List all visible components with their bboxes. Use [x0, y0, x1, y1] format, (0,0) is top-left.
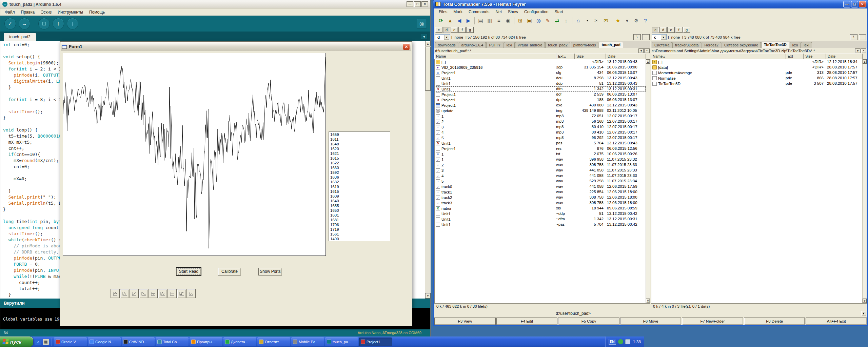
column-header-size[interactable]: Size [804, 54, 826, 59]
file-row[interactable]: MomentumAveragepde31328.08.2010 17:57 [651, 70, 862, 76]
desktop[interactable]: ∞ touch_pad2 | Arduino 1.6.4 — □ ✕ ФайлП… [0, 0, 868, 347]
chart-tool-button-7[interactable] [167, 289, 177, 298]
column-header-date[interactable]: Date [826, 54, 863, 59]
minimize-icon[interactable]: — [843, 1, 850, 7]
file-row[interactable]: ♪track1wav225 85412.06.2015 18:00 [435, 189, 646, 195]
file-row[interactable]: ↑[..]<DIR>13.12.2015 00:43 [435, 59, 646, 65]
file-row[interactable]: ♪2mp356 16812.07.2015 00:17 [435, 119, 646, 124]
arduino-open-sketch-button[interactable]: ↑ [53, 18, 64, 29]
drive-button-g[interactable]: g [466, 27, 474, 33]
drive-combo[interactable]: d▼ [435, 34, 450, 40]
arduino-new-sketch-button[interactable]: □ [38, 18, 50, 29]
favorites-button[interactable]: * [644, 48, 650, 53]
listbox-value[interactable]: 1640 [330, 199, 390, 203]
language-indicator[interactable]: EN [609, 339, 616, 345]
listbox-value[interactable]: 1681 [330, 213, 390, 218]
fkey-button-alt-f4[interactable]: Alt+F4 Exit [806, 318, 867, 325]
scroll-down-icon[interactable]: ▼ [863, 299, 867, 303]
refresh-icon[interactable]: ⟳ [436, 16, 446, 25]
fkey-button-f7[interactable]: F7 NewFolder [682, 318, 743, 325]
vertical-panels-icon[interactable]: ↕ [561, 16, 571, 25]
chevron-down-icon[interactable]: ▼ [661, 35, 666, 40]
arduino-menu-item-2[interactable]: Эскиз [38, 9, 55, 15]
tc-menu-show[interactable]: Show [505, 9, 521, 15]
favorites-button[interactable]: * [861, 48, 866, 53]
chart-tool-button-9[interactable] [186, 289, 196, 298]
scroll-up-icon[interactable]: ▲ [646, 59, 650, 64]
maximize-icon[interactable]: □ [414, 1, 421, 7]
taskbar-button-project1[interactable]: Project1 [359, 338, 392, 346]
file-row[interactable]: TicTacToe3Dpde3 50728.08.2010 17:57 [651, 81, 862, 86]
listbox-value[interactable]: 1655 [330, 203, 390, 208]
listbox-value[interactable]: 1611 [330, 137, 390, 142]
file-row[interactable]: ♪4mp380 41012.07.2015 00:17 [435, 130, 646, 135]
file-list-scrollbar[interactable]: ▲ ▼ [646, 59, 650, 303]
column-header-date[interactable]: Date [606, 54, 646, 59]
close-icon[interactable]: ✕ [859, 1, 866, 7]
file-row[interactable]: ♪5wav529 25811.07.2015 23:34 [435, 179, 646, 184]
scrollbar-thumb[interactable] [425, 47, 431, 91]
tc-menu-files[interactable]: Files [436, 9, 450, 15]
file-row[interactable]: Unit1~dfm1 34213.12.2015 00:31 [435, 217, 646, 222]
column-header-name[interactable]: Name▴ [651, 54, 786, 59]
folder-tab-virtual-android[interactable]: virtual_android [515, 42, 545, 48]
listbox-value[interactable]: 1615 [330, 189, 390, 194]
file-row[interactable]: ≡Project1cfg43406.06.2015 13:07 [435, 70, 646, 76]
tab-menu-icon[interactable]: ▼ [421, 34, 428, 40]
taskbar-button-touch-pa-[interactable]: touch_pa... [325, 338, 358, 346]
file-row[interactable]: ≡1txt2 07510.06.2015 00:26 [435, 151, 646, 157]
taskbar-button-total-co-[interactable]: Total Co... [156, 338, 189, 346]
file-row[interactable]: DUnit1dfm1 34213.12.2015 00:31 [435, 86, 646, 92]
listbox-value[interactable]: 1648 [330, 142, 390, 146]
arduino-menu-item-3[interactable]: Инструменты [55, 9, 86, 15]
search-icon[interactable]: ◎ [534, 16, 543, 25]
help-icon[interactable]: ? [641, 16, 650, 25]
parent-dir-button[interactable]: .. [859, 34, 866, 40]
arduino-save-sketch-button[interactable]: ↓ [67, 18, 78, 29]
tc-title-bar[interactable]: Total Commander 7.55a - Helmut Feyrer — … [433, 0, 868, 8]
command-line[interactable]: d:\user\touch_pad> ▼ [434, 309, 867, 317]
drive-button-f[interactable]: f [675, 27, 683, 33]
pack-icon[interactable]: ⊞ [516, 16, 525, 25]
scroll-down-icon[interactable]: ▼ [425, 293, 431, 299]
tc-menu-commands[interactable]: Commands [466, 9, 492, 15]
listbox-value[interactable]: 1620 [330, 146, 390, 151]
taskbar-button-проигры-[interactable]: Проигры... [190, 338, 222, 346]
listbox-value[interactable]: 1659 [330, 132, 390, 137]
file-row[interactable]: Project1exe430 08013.12.2015 00:43 [435, 103, 646, 108]
show-desktop-icon[interactable]: ▦ [43, 339, 49, 345]
minimize-icon[interactable]: — [407, 1, 413, 7]
mail-icon[interactable]: ✉ [601, 16, 610, 25]
editor-scrollbar[interactable]: ▲ ▼ [425, 41, 431, 299]
taskbar-button-oracle-v-[interactable]: Oracle V... [54, 338, 87, 346]
form-button-start-read[interactable]: Start Read [176, 268, 201, 275]
root-dir-button[interactable]: \ [633, 34, 641, 40]
chart-tool-button-6[interactable] [158, 289, 167, 298]
drive-button-e[interactable]: e [667, 27, 675, 33]
folder-tab-lexi[interactable]: lexi [801, 42, 812, 48]
unpack-icon[interactable]: ▣ [525, 16, 534, 25]
listbox-value[interactable]: 1706 [330, 222, 390, 227]
file-row[interactable]: ♪track0wav441 05812.06.2015 17:59 [435, 184, 646, 189]
file-row[interactable]: ♪2wav308 75811.07.2015 23:33 [435, 162, 646, 168]
tray-display-icon[interactable] [625, 339, 630, 344]
readings-listbox[interactable]: 1659161116481620162116151622166015921636… [329, 131, 390, 241]
file-row[interactable]: DUnit1pas5 70413.12.2015 00:43 [435, 141, 646, 146]
quick-view-icon[interactable]: ◉ [504, 16, 513, 25]
drive-button-g[interactable]: g [683, 27, 690, 33]
taskbar-button-google-n-[interactable]: Google N... [88, 338, 121, 346]
folder-tab-lexi[interactable]: lexi [790, 42, 801, 48]
form1-title-bar[interactable]: Form1 ✕ [61, 42, 411, 51]
arduino-menu-item-1[interactable]: Правка [18, 9, 38, 15]
drive-button-e[interactable]: e [451, 27, 458, 33]
folder-tab-downloads[interactable]: downloads [435, 42, 458, 48]
scroll-down-icon[interactable]: ▼ [646, 299, 650, 303]
column-header-ext[interactable]: Ext▴ [556, 54, 575, 59]
folder-tab-система[interactable]: Система [652, 42, 672, 48]
listbox-value[interactable]: 1621 [330, 151, 390, 156]
tray-shield-icon[interactable] [618, 339, 623, 344]
history-button[interactable]: ▾ [638, 48, 644, 53]
arduino-verify-button[interactable]: ✓ [4, 18, 16, 29]
start-button[interactable]: пуск [0, 336, 33, 347]
drive-button-c[interactable]: c [652, 27, 659, 33]
